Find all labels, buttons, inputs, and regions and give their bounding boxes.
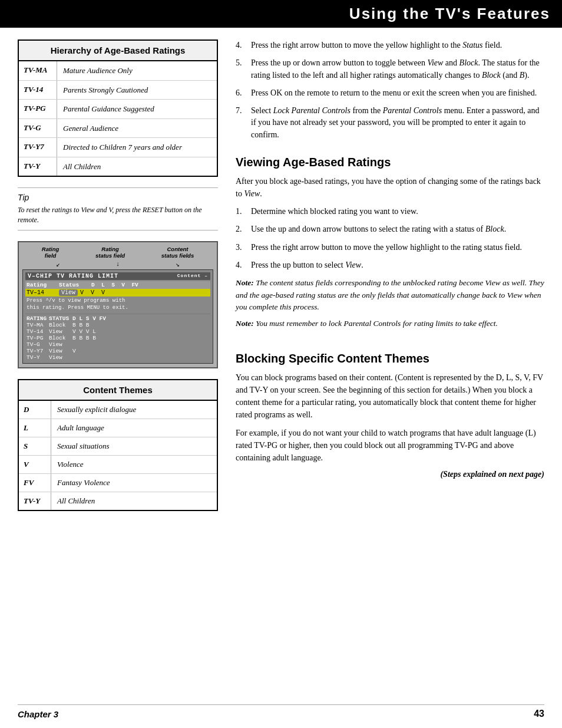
- step-number: 2.: [236, 223, 246, 235]
- step-item: 4.Press the right arrow button to move t…: [236, 39, 544, 51]
- steps-explained: (Steps explained on next page): [236, 470, 544, 479]
- content-table-row: FVFantasy Violence: [19, 474, 217, 492]
- vchip-row-status: View: [49, 348, 72, 354]
- vchip-data-row: TV–14ViewV V V L: [25, 328, 210, 335]
- page-header: Using the TV's Features: [0, 0, 562, 28]
- vchip-row-content: B B B B: [72, 335, 209, 341]
- vchip-row-rating: TV–PG: [27, 335, 49, 341]
- tip-label: Tip: [18, 193, 218, 202]
- vchip-row-status: View: [49, 354, 72, 361]
- vchip-screen: Ratingfield Ratingstatus field Contentst…: [18, 241, 218, 368]
- step-number: 5.: [236, 57, 246, 81]
- step-item: 5.Press the up or down arrow button to t…: [236, 57, 544, 81]
- footer-chapter: Chapter 3: [18, 709, 58, 719]
- page-title: Using the TV's Features: [349, 5, 550, 22]
- vchip-highlight-content: V V V: [80, 289, 105, 296]
- footer-page: 43: [534, 709, 544, 719]
- content-table-row: SSexual situations: [19, 437, 217, 456]
- vchip-row-content: [72, 354, 209, 361]
- arrow-3: ↘: [176, 261, 180, 268]
- blocking-para2: For example, if you do not want your chi…: [236, 427, 544, 464]
- content-table: Content Themes DSexually explicit dialog…: [18, 379, 218, 511]
- tip-section: Tip To reset the ratings to View and V, …: [18, 187, 218, 230]
- step-text: Use the up and down arrow buttons to sel…: [251, 223, 544, 235]
- vchip-data-row: TV–MABlockB B B: [25, 322, 210, 328]
- ratings-table-row: TV-YAll Children: [19, 157, 217, 176]
- content-code: FV: [19, 474, 51, 492]
- step-text: Select Lock Parental Controls from the P…: [251, 105, 544, 141]
- vchip-row-rating: TV–Y7: [27, 348, 49, 354]
- ratings-table: Hierarchy of Age-Based Ratings TV-MAMatu…: [18, 39, 218, 177]
- viewing-intro: After you block age-based ratings, you h…: [236, 175, 544, 200]
- content-code: S: [19, 437, 51, 455]
- rating-code: TV-PG: [19, 100, 57, 118]
- content-code: D: [19, 401, 51, 419]
- step-item: 6.Press OK on the remote to return to th…: [236, 87, 544, 99]
- content-desc: Violence: [51, 456, 90, 473]
- step-text: Press the up or down arrow button to tog…: [251, 57, 544, 81]
- content-desc: Adult language: [51, 419, 110, 437]
- viewing-section: Viewing Age-Based Ratings After you bloc…: [236, 153, 544, 334]
- step-number: 4.: [236, 259, 246, 271]
- vchip-row-rating: TV–14: [27, 328, 49, 335]
- step-number: 7.: [236, 105, 246, 141]
- ratings-table-row: TV-PGParental Guidance Suggested: [19, 100, 217, 119]
- content-code: L: [19, 419, 51, 437]
- step-text: Press the right arrow button to move the…: [251, 39, 544, 51]
- rating-desc: General Audience: [57, 119, 124, 138]
- vchip-row-content: V V V L: [72, 328, 209, 335]
- viewing-step-item: 2.Use the up and down arrow buttons to s…: [236, 223, 544, 235]
- page-footer: Chapter 3 43: [18, 704, 544, 719]
- step-number: 1.: [236, 206, 246, 218]
- content-desc: Sexually explicit dialogue: [51, 401, 142, 419]
- vchip-col-content: D L S V FV: [91, 282, 138, 288]
- vchip-data-row: TV–PGBlockB B B B: [25, 335, 210, 341]
- vchip-row-rating: TV–G: [27, 341, 49, 348]
- content-table-row: LAdult language: [19, 419, 217, 437]
- arrow-1: ↙: [56, 261, 60, 268]
- tip-text: To reset the ratings to View and V, pres…: [18, 205, 218, 225]
- content-table-row: TV-YAll Children: [19, 492, 217, 510]
- content-desc: Sexual situations: [51, 437, 115, 455]
- ratings-table-header: Hierarchy of Age-Based Ratings: [19, 41, 217, 61]
- blocking-section: Blocking Specific Content Themes You can…: [236, 349, 544, 479]
- vchip-data-row: TV–GView: [25, 341, 210, 348]
- viewing-step-item: 1.Determine which blocked rating you wan…: [236, 206, 544, 218]
- rating-desc: Directed to Children 7 years and older: [57, 138, 188, 157]
- rating-code: TV-Y: [19, 157, 57, 176]
- vchip-data-header: RATINGSTATUSD L S V FV: [25, 315, 210, 322]
- vchip-highlight-status: View: [59, 289, 78, 296]
- step-text: Press the up button to select View.: [251, 259, 544, 271]
- ratings-table-row: TV-MAMature Audience Only: [19, 61, 217, 81]
- vchip-data-row: TV–YView: [25, 354, 210, 361]
- vchip-row-content: [72, 341, 209, 348]
- vchip-highlight-row: TV–14 View V V V: [25, 289, 210, 297]
- content-table-header: Content Themes: [19, 380, 217, 401]
- step-text: Press the right arrow button to move the…: [251, 242, 544, 253]
- rating-field-label: Ratingfield: [42, 246, 59, 259]
- content-desc: All Children: [51, 492, 101, 510]
- rating-code: TV-MA: [19, 61, 57, 80]
- right-column: 4.Press the right arrow button to move t…: [236, 39, 544, 511]
- step-number: 6.: [236, 87, 246, 99]
- content-code: TV-Y: [19, 492, 51, 510]
- content-field-label: Contentstatus fields: [161, 246, 194, 259]
- vchip-annotations: Ratingfield Ratingstatus field Contentst…: [22, 246, 213, 259]
- ratings-table-row: TV-14Parents Strongly Cautioned: [19, 81, 217, 100]
- viewing-step-item: 3.Press the right arrow button to move t…: [236, 242, 544, 253]
- rating-desc: Mature Audience Only: [57, 61, 138, 80]
- ratings-table-row: TV-GGeneral Audience: [19, 119, 217, 139]
- content-table-row: DSexually explicit dialogue: [19, 401, 217, 419]
- content-code: V: [19, 456, 51, 473]
- vchip-col-status: Status: [59, 282, 91, 288]
- vchip-row-rating: TV–MA: [27, 322, 49, 328]
- vchip-row-rating: TV–Y: [27, 354, 49, 361]
- vchip-header-row: Rating Status D L S V FV: [25, 281, 210, 289]
- vchip-row-status: View: [49, 328, 72, 335]
- left-column: Hierarchy of Age-Based Ratings TV-MAMatu…: [18, 39, 218, 511]
- vchip-title-bar: V–CHIP TV RATING LIMIT Content –: [25, 272, 210, 280]
- vchip-content-label: Content –: [177, 273, 208, 279]
- step-number: 4.: [236, 39, 246, 51]
- rating-desc: Parental Guidance Suggested: [57, 100, 160, 118]
- viewing-heading: Viewing Age-Based Ratings: [236, 156, 544, 169]
